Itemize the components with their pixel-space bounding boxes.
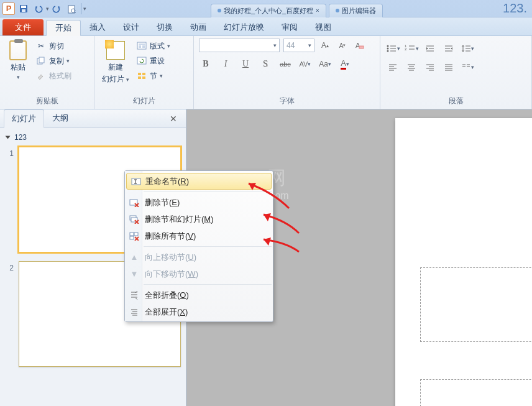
delete-all-sections-icon	[129, 231, 140, 242]
paste-icon	[7, 40, 29, 61]
columns-button[interactable]: ▾	[460, 61, 475, 73]
decrease-indent-button[interactable]	[423, 42, 438, 55]
new-slide-label-2: 幻灯片	[102, 75, 124, 83]
group-font: ▾ 44▾ A▴ A▾ A B I U S abc AV▾ Aa▾ A▾ 字体	[194, 36, 380, 109]
clear-formatting-button[interactable]: A	[353, 39, 367, 52]
bold-button[interactable]: B	[199, 57, 213, 71]
group-paragraph-label: 段落	[385, 95, 526, 108]
content-placeholder[interactable]	[420, 379, 532, 406]
strikethrough-button[interactable]: abc	[278, 57, 292, 71]
italic-button[interactable]: I	[219, 57, 232, 71]
char-spacing-button[interactable]: AV▾	[298, 57, 312, 71]
section-header[interactable]: 123	[0, 128, 186, 147]
section-button[interactable]: 节▾	[135, 68, 171, 83]
new-slide-icon	[105, 40, 126, 61]
copy-icon	[35, 56, 47, 66]
annotation-arrow-2	[259, 211, 302, 236]
qat-undo-more[interactable]: ▾	[46, 6, 49, 12]
font-size-value: 44	[287, 41, 295, 50]
format-painter-label: 格式刷	[49, 71, 71, 81]
shadow-button[interactable]: S	[259, 57, 272, 71]
layout-button[interactable]: 版式▾	[135, 39, 171, 53]
new-slide-button[interactable]: 新建 幻灯片 ▾	[99, 39, 132, 86]
svg-point-21	[387, 48, 388, 50]
copy-button[interactable]: 复制▾	[35, 53, 72, 68]
qat-save-button[interactable]	[17, 2, 30, 16]
justify-button[interactable]	[441, 61, 456, 73]
paste-more-icon[interactable]: ▾	[17, 74, 20, 80]
bullets-button[interactable]: ▾	[385, 42, 400, 55]
underline-button[interactable]: U	[239, 57, 252, 71]
grow-font-button[interactable]: A▴	[318, 39, 332, 52]
qat-redo-button[interactable]	[50, 2, 63, 16]
tab-review[interactable]: 审阅	[273, 19, 306, 35]
cut-button[interactable]: ✂剪切	[35, 39, 72, 53]
format-painter-button[interactable]: 格式刷	[35, 68, 72, 83]
annotation-arrow-3	[259, 236, 302, 255]
font-size-combo[interactable]: 44▾	[283, 39, 314, 52]
line-spacing-button[interactable]: ▾	[460, 42, 475, 55]
svg-rect-18	[359, 46, 364, 48]
group-paragraph: ▾ 12▾ ▾ ▾ 段落	[380, 36, 532, 109]
qat-undo-button[interactable]	[32, 2, 45, 16]
svg-rect-15	[138, 76, 141, 79]
tab-view[interactable]: 视图	[306, 19, 340, 35]
ribbon-tab-strip: 文件 开始 插入 设计 切换 动画 幻灯片放映 审阅 视图	[0, 17, 532, 36]
svg-point-23	[387, 50, 388, 52]
tab-home[interactable]: 开始	[46, 20, 81, 36]
shrink-font-button[interactable]: A▾	[336, 39, 349, 52]
change-case-button[interactable]: Aa▾	[318, 57, 332, 71]
tab-label: 图片编辑器	[342, 6, 376, 16]
svg-rect-14	[142, 73, 145, 75]
layout-icon	[136, 41, 147, 51]
numbering-button[interactable]: 12▾	[404, 42, 419, 55]
qat-print-preview-button[interactable]	[65, 2, 78, 16]
paste-button[interactable]: 粘贴 ▾	[5, 39, 31, 81]
align-right-button[interactable]	[423, 61, 438, 73]
panel-close-button[interactable]: ✕	[165, 109, 182, 127]
section-name: 123	[14, 133, 27, 142]
reset-button[interactable]: 重设	[135, 53, 171, 68]
font-color-button[interactable]: A▾	[338, 57, 352, 71]
rename-icon	[131, 176, 142, 187]
menu-label: 全部折叠	[145, 290, 177, 300]
slide-number: 1	[5, 147, 14, 158]
section-label: 节	[150, 71, 157, 81]
panel-tab-outline[interactable]: 大纲	[44, 109, 76, 127]
tab-transitions[interactable]: 切换	[148, 19, 181, 35]
tab-insert[interactable]: 插入	[81, 19, 114, 35]
menu-delete-section-and-slides[interactable]: 删除节和幻灯片(M)	[125, 211, 273, 228]
increase-indent-button[interactable]	[441, 42, 456, 55]
slide-number: 2	[5, 261, 14, 272]
reset-icon	[136, 56, 147, 66]
tab-slideshow[interactable]: 幻灯片放映	[215, 19, 273, 35]
tab-design[interactable]: 设计	[114, 19, 148, 35]
menu-label: 删除所有节	[145, 231, 185, 241]
svg-rect-13	[138, 73, 141, 75]
menu-move-section-up: ▲ 向上移动节(U)	[125, 249, 273, 265]
window-tab-1[interactable]: 我的好程_个人中心_百度好程×	[211, 4, 326, 17]
menu-collapse-all[interactable]: 全部折叠(O)	[125, 287, 273, 303]
menu-delete-all-sections[interactable]: 删除所有节(V)	[125, 228, 273, 244]
tab-file[interactable]: 文件	[2, 19, 44, 35]
svg-rect-16	[142, 76, 145, 79]
content-placeholder[interactable]	[420, 267, 532, 342]
window-tabs: 我的好程_个人中心_百度好程× 图片编辑器	[211, 0, 383, 17]
panel-tab-slides[interactable]: 幻灯片	[4, 109, 44, 128]
align-center-button[interactable]	[404, 61, 419, 73]
svg-point-19	[387, 45, 388, 47]
menu-move-section-down: ▼ 向下移动节(W)	[125, 265, 273, 282]
tab-close-icon[interactable]: ×	[316, 7, 319, 14]
font-family-combo[interactable]: ▾	[199, 39, 280, 52]
window-tab-2[interactable]: 图片编辑器	[329, 4, 383, 17]
menu-expand-all[interactable]: 全部展开(X)	[125, 303, 273, 320]
paste-label: 粘贴	[11, 62, 25, 73]
tab-animations[interactable]: 动画	[181, 19, 215, 35]
panel-tabs: 幻灯片 大纲 ✕	[0, 109, 186, 128]
svg-rect-67	[130, 236, 134, 239]
slide-canvas[interactable]	[395, 118, 532, 406]
qat-customize[interactable]: ▾	[83, 6, 86, 12]
menu-label: 重命名节	[145, 177, 178, 186]
align-left-button[interactable]	[385, 61, 400, 73]
ribbon: 粘贴 ▾ ✂剪切 复制▾ 格式刷 剪贴板 新建 幻灯片 ▾ 版式▾ 重设 节▾	[0, 36, 532, 109]
